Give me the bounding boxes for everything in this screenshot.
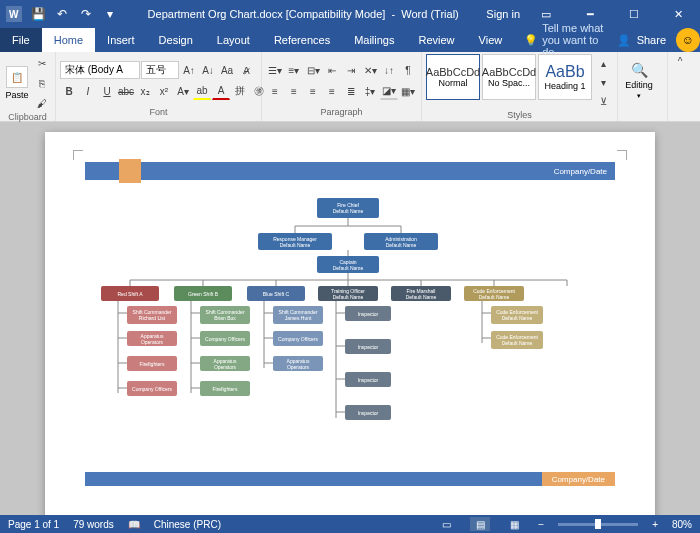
- format-painter-icon[interactable]: 🖌: [33, 94, 51, 112]
- borders-icon[interactable]: ▦▾: [399, 82, 417, 100]
- shading-icon[interactable]: ◪▾: [380, 82, 398, 100]
- editing-button[interactable]: 🔍 Editing ▾: [622, 57, 656, 105]
- org-node-code[interactable]: Code EnforcementDefault Name: [464, 286, 524, 301]
- font-color-icon[interactable]: A: [212, 82, 230, 100]
- tab-insert[interactable]: Insert: [95, 28, 147, 52]
- qat-dropdown-icon[interactable]: ▾: [100, 4, 120, 24]
- org-node-admin[interactable]: AdministrationDefault Name: [364, 233, 438, 250]
- paste-button[interactable]: 📋 Paste: [4, 59, 30, 107]
- shrink-font-icon[interactable]: A↓: [199, 61, 217, 79]
- org-node-b1[interactable]: Shift CommanderJames Hunt: [273, 306, 323, 324]
- org-node-b2[interactable]: Company Officers: [273, 331, 323, 346]
- org-node-g4[interactable]: Firefighters: [200, 381, 250, 396]
- align-right-icon[interactable]: ≡: [304, 82, 322, 100]
- tab-view[interactable]: View: [467, 28, 515, 52]
- align-left-icon[interactable]: ≡: [266, 82, 284, 100]
- org-node-marshall[interactable]: Fire MarshallDefault Name: [391, 286, 451, 301]
- tab-file[interactable]: File: [0, 28, 42, 52]
- zoom-out-icon[interactable]: −: [538, 519, 544, 530]
- org-node-red[interactable]: Red Shift A: [101, 286, 159, 301]
- org-node-c1[interactable]: Code EnforcementDefault Name: [491, 306, 543, 324]
- spelling-icon[interactable]: 📖: [128, 519, 140, 530]
- org-node-c2[interactable]: Code EnforcementDefault Name: [491, 331, 543, 349]
- align-center-icon[interactable]: ≡: [285, 82, 303, 100]
- org-node-captain[interactable]: CaptainDefault Name: [317, 256, 379, 273]
- underline-icon[interactable]: U: [98, 82, 116, 100]
- status-page[interactable]: Page 1 of 1: [8, 519, 59, 530]
- numbering-icon[interactable]: ≡▾: [285, 61, 303, 79]
- close-icon[interactable]: ✕: [660, 0, 696, 28]
- style-normal[interactable]: AaBbCcDd Normal: [426, 54, 480, 100]
- style-no-spacing[interactable]: AaBbCcDd No Spac...: [482, 54, 536, 100]
- org-node-b3[interactable]: Apparatus Operators: [273, 356, 323, 371]
- font-size-select[interactable]: 五号: [141, 61, 179, 79]
- decrease-indent-icon[interactable]: ⇤: [323, 61, 341, 79]
- styles-more-icon[interactable]: ⊻: [594, 92, 612, 110]
- maximize-icon[interactable]: ☐: [616, 0, 652, 28]
- bold-icon[interactable]: B: [60, 82, 78, 100]
- org-node-chief[interactable]: Fire ChiefDefault Name: [317, 198, 379, 218]
- org-node-g3[interactable]: Apparatus Operators: [200, 356, 250, 371]
- org-node-g2[interactable]: Company Officers: [200, 331, 250, 346]
- clear-format-icon[interactable]: A̷: [237, 61, 255, 79]
- tab-mailings[interactable]: Mailings: [342, 28, 406, 52]
- org-node-t4[interactable]: Inspector: [345, 405, 391, 420]
- zoom-level[interactable]: 80%: [672, 519, 692, 530]
- cut-icon[interactable]: ✂: [33, 54, 51, 72]
- print-layout-icon[interactable]: ▤: [470, 517, 490, 531]
- org-node-t3[interactable]: Inspector: [345, 372, 391, 387]
- web-layout-icon[interactable]: ▦: [504, 517, 524, 531]
- org-node-r4[interactable]: Company Officers: [127, 381, 177, 396]
- show-marks-icon[interactable]: ¶: [399, 61, 417, 79]
- share-button[interactable]: Share: [637, 34, 666, 46]
- justify-icon[interactable]: ≡: [323, 82, 341, 100]
- tell-me-box[interactable]: 💡 Tell me what you want to do: [514, 28, 606, 52]
- tab-review[interactable]: Review: [407, 28, 467, 52]
- increase-indent-icon[interactable]: ⇥: [342, 61, 360, 79]
- org-node-blue[interactable]: Blue Shift C: [247, 286, 305, 301]
- status-language[interactable]: Chinese (PRC): [154, 519, 221, 530]
- multilevel-icon[interactable]: ⊟▾: [304, 61, 322, 79]
- zoom-slider[interactable]: [558, 523, 638, 526]
- tab-home[interactable]: Home: [42, 28, 95, 52]
- font-name-select[interactable]: 宋体 (Body A: [60, 61, 140, 79]
- read-mode-icon[interactable]: ▭: [436, 517, 456, 531]
- org-node-response[interactable]: Response ManagerDefault Name: [258, 233, 332, 250]
- asian-layout-icon[interactable]: ✕▾: [361, 61, 379, 79]
- status-words[interactable]: 79 words: [73, 519, 114, 530]
- style-heading1[interactable]: AaBb Heading 1: [538, 54, 592, 100]
- sort-icon[interactable]: ↓↑: [380, 61, 398, 79]
- save-icon[interactable]: 💾: [28, 4, 48, 24]
- superscript-icon[interactable]: x²: [155, 82, 173, 100]
- share-icon[interactable]: 👤: [617, 34, 631, 47]
- undo-icon[interactable]: ↶: [52, 4, 72, 24]
- org-node-r3[interactable]: Firefighters: [127, 356, 177, 371]
- grow-font-icon[interactable]: A↑: [180, 61, 198, 79]
- tab-references[interactable]: References: [262, 28, 342, 52]
- styles-down-icon[interactable]: ▾: [594, 73, 612, 91]
- tab-layout[interactable]: Layout: [205, 28, 262, 52]
- change-case-icon[interactable]: Aa: [218, 61, 236, 79]
- subscript-icon[interactable]: x₂: [136, 82, 154, 100]
- copy-icon[interactable]: ⎘: [33, 74, 51, 92]
- tab-design[interactable]: Design: [147, 28, 205, 52]
- bullets-icon[interactable]: ☰▾: [266, 61, 284, 79]
- italic-icon[interactable]: I: [79, 82, 97, 100]
- phonetic-icon[interactable]: 拼: [231, 82, 249, 100]
- distribute-icon[interactable]: ≣: [342, 82, 360, 100]
- org-node-g1[interactable]: Shift CommanderBrian Box: [200, 306, 250, 324]
- org-node-t2[interactable]: Inspector: [345, 339, 391, 354]
- org-node-t1[interactable]: Inspector: [345, 306, 391, 321]
- document-area[interactable]: Company/Date Fire ChiefDefa: [0, 122, 700, 515]
- org-node-r2[interactable]: Apparatus Operators: [127, 331, 177, 346]
- line-spacing-icon[interactable]: ‡▾: [361, 82, 379, 100]
- feedback-smiley-icon[interactable]: ☺: [676, 28, 700, 52]
- org-node-training[interactable]: Training OfficerDefault Name: [318, 286, 378, 301]
- org-node-r1[interactable]: Shift CommanderRichard List: [127, 306, 177, 324]
- text-effects-icon[interactable]: A▾: [174, 82, 192, 100]
- collapse-ribbon-icon[interactable]: ^: [671, 52, 689, 70]
- strike-icon[interactable]: abc: [117, 82, 135, 100]
- highlight-icon[interactable]: ab: [193, 82, 211, 100]
- styles-up-icon[interactable]: ▴: [594, 54, 612, 72]
- redo-icon[interactable]: ↷: [76, 4, 96, 24]
